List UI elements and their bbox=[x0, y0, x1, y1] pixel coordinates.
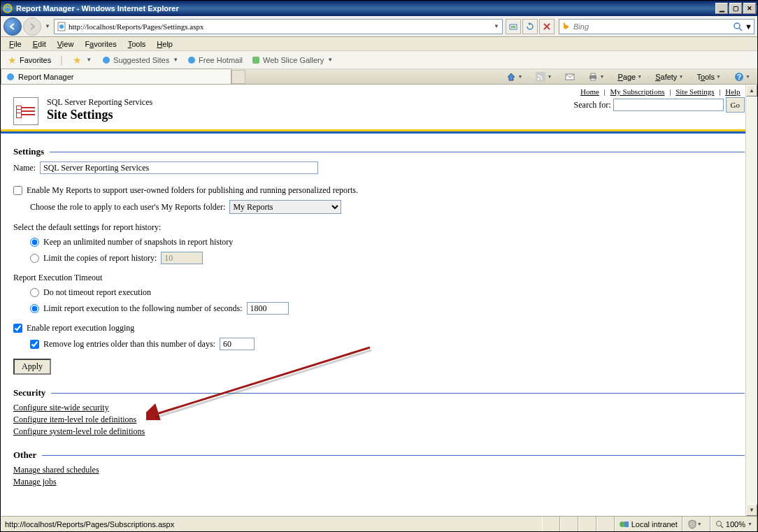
back-button[interactable] bbox=[3, 17, 22, 36]
configure-sitewide-security-link[interactable]: Configure site-wide security bbox=[13, 403, 745, 413]
shield-icon bbox=[687, 519, 697, 529]
dropdown-icon: ▼ bbox=[547, 74, 552, 79]
scroll-down-button[interactable]: ▼ bbox=[746, 504, 757, 516]
page-menu[interactable]: Page ▼ bbox=[616, 71, 643, 82]
configure-item-roles-link[interactable]: Configure item-level role definitions bbox=[13, 415, 745, 425]
safety-menu[interactable]: Safety ▼ bbox=[654, 71, 685, 82]
command-bar: ▼ · ▼ · · ▼ · Page ▼ · Safety bbox=[245, 69, 757, 84]
maximize-button[interactable]: ▢ bbox=[729, 3, 742, 14]
manage-schedules-link[interactable]: Manage shared schedules bbox=[13, 465, 745, 475]
svg-text:?: ? bbox=[737, 73, 741, 81]
manage-jobs-link[interactable]: Manage jobs bbox=[13, 477, 745, 487]
ie-small-icon bbox=[6, 72, 15, 82]
home-button[interactable]: ▼ bbox=[505, 71, 524, 83]
search-dropdown[interactable]: ▼ bbox=[745, 22, 752, 31]
dropdown-icon: ▼ bbox=[86, 57, 92, 63]
stop-button[interactable] bbox=[539, 19, 555, 34]
home-link[interactable]: Home bbox=[580, 87, 599, 96]
menu-favorites[interactable]: Favorites bbox=[79, 38, 122, 50]
status-zone: Local intranet bbox=[615, 517, 682, 531]
search-label: Search for: bbox=[574, 100, 611, 110]
minimize-button[interactable]: ▁ bbox=[715, 3, 728, 14]
scroll-up-button[interactable]: ▲ bbox=[746, 85, 757, 96]
hotmail-label: Free Hotmail bbox=[199, 56, 243, 64]
web-slice-link[interactable]: Web Slice Gallery ▼ bbox=[248, 54, 336, 66]
tools-menu[interactable]: Tools ▼ bbox=[695, 71, 722, 82]
svg-point-10 bbox=[7, 73, 14, 80]
site-settings-link[interactable]: Site Settings bbox=[675, 87, 714, 96]
scroll-track[interactable] bbox=[746, 96, 757, 504]
product-name: SQL Server Reporting Services bbox=[47, 97, 574, 108]
home-icon bbox=[506, 72, 516, 82]
ie-window: Report Manager - Windows Internet Explor… bbox=[0, 0, 758, 532]
webslice-label: Web Slice Gallery bbox=[263, 56, 324, 64]
timeout-no-radio[interactable] bbox=[30, 288, 39, 297]
suggested-label: Suggested Sites bbox=[113, 56, 169, 64]
safety-label: Safety bbox=[655, 73, 677, 81]
history-limit-radio[interactable] bbox=[30, 254, 39, 263]
menu-view[interactable]: View bbox=[52, 38, 80, 50]
new-tab-button[interactable] bbox=[231, 70, 245, 84]
search-input[interactable] bbox=[573, 22, 731, 31]
nav-history-dropdown[interactable]: ▼ bbox=[43, 17, 52, 36]
menu-help[interactable]: Help bbox=[151, 38, 178, 50]
tab-report-manager[interactable]: Report Manager bbox=[1, 69, 231, 84]
star-icon: ★ bbox=[8, 55, 17, 66]
zoom-pane[interactable]: 100% ▼ bbox=[710, 517, 757, 531]
feeds-button[interactable]: ▼ bbox=[534, 71, 553, 83]
mail-icon bbox=[565, 72, 575, 82]
address-dropdown[interactable]: ▼ bbox=[492, 23, 501, 29]
print-button[interactable]: ▼ bbox=[587, 71, 606, 83]
history-unlimited-radio[interactable] bbox=[30, 238, 39, 247]
search-button[interactable] bbox=[731, 22, 745, 31]
enable-myreports-checkbox[interactable] bbox=[13, 186, 22, 195]
dropdown-icon: ▼ bbox=[748, 522, 752, 526]
favorites-label: Favorites bbox=[20, 56, 51, 64]
forward-button[interactable] bbox=[23, 17, 41, 36]
close-button[interactable]: ✕ bbox=[743, 3, 756, 14]
vertical-scrollbar[interactable]: ▲ ▼ bbox=[745, 85, 757, 516]
dropdown-icon: ▼ bbox=[637, 74, 642, 79]
server-name-input[interactable] bbox=[40, 161, 318, 174]
apply-button[interactable]: Apply bbox=[13, 359, 51, 375]
content-search-input[interactable] bbox=[613, 99, 724, 111]
myreports-role-select[interactable]: My Reports bbox=[229, 200, 341, 214]
menu-edit[interactable]: Edit bbox=[27, 38, 52, 50]
history-limit-input bbox=[161, 252, 203, 264]
timeout-limit-label: Limit report execution to the following … bbox=[43, 303, 243, 314]
print-icon bbox=[588, 72, 598, 82]
timeout-title: Report Execution Timeout bbox=[13, 273, 102, 283]
compat-view-button[interactable] bbox=[506, 19, 521, 34]
timeout-seconds-input[interactable] bbox=[247, 302, 289, 315]
dropdown-icon: ▼ bbox=[599, 74, 604, 79]
history-unlimited-label: Keep an unlimited number of snapshots in… bbox=[43, 237, 233, 247]
page-content: Home | My Subscriptions | Site Settings … bbox=[1, 85, 757, 516]
go-button[interactable]: Go bbox=[726, 97, 745, 113]
menu-tools[interactable]: Tools bbox=[122, 38, 152, 50]
address-bar: ▼ bbox=[54, 19, 503, 34]
free-hotmail-link[interactable]: Free Hotmail bbox=[184, 54, 245, 66]
svg-point-12 bbox=[538, 78, 540, 80]
search-row: Search for: Go bbox=[574, 97, 745, 113]
refresh-button[interactable] bbox=[522, 19, 538, 34]
dropdown-icon: ▼ bbox=[745, 74, 750, 79]
read-mail-button[interactable] bbox=[564, 71, 576, 83]
bing-icon bbox=[561, 21, 572, 32]
configure-system-roles-link[interactable]: Configure system-level role definitions bbox=[13, 426, 745, 437]
suggested-sites-link[interactable]: Suggested Sites ▼ bbox=[99, 54, 181, 66]
help-link[interactable]: Help bbox=[725, 87, 740, 96]
logging-remove-checkbox[interactable] bbox=[30, 340, 39, 349]
menu-file[interactable]: File bbox=[3, 38, 27, 50]
favorites-button[interactable]: ★ Favorites bbox=[3, 53, 55, 67]
timeout-no-label: Do not timeout report execution bbox=[43, 287, 151, 298]
logging-enable-checkbox[interactable] bbox=[13, 324, 22, 333]
subscriptions-link[interactable]: My Subscriptions bbox=[610, 87, 665, 96]
ie-small-icon bbox=[101, 55, 111, 65]
logging-days-input[interactable] bbox=[220, 338, 255, 350]
add-favorite-button[interactable]: ★ ▼ bbox=[69, 53, 96, 67]
address-input[interactable] bbox=[69, 22, 492, 31]
svg-rect-22 bbox=[624, 522, 629, 527]
logging-remove-label: Remove log entries older than this numbe… bbox=[43, 339, 215, 350]
help-button[interactable]: ? ▼ bbox=[733, 71, 752, 83]
timeout-limit-radio[interactable] bbox=[30, 304, 39, 313]
